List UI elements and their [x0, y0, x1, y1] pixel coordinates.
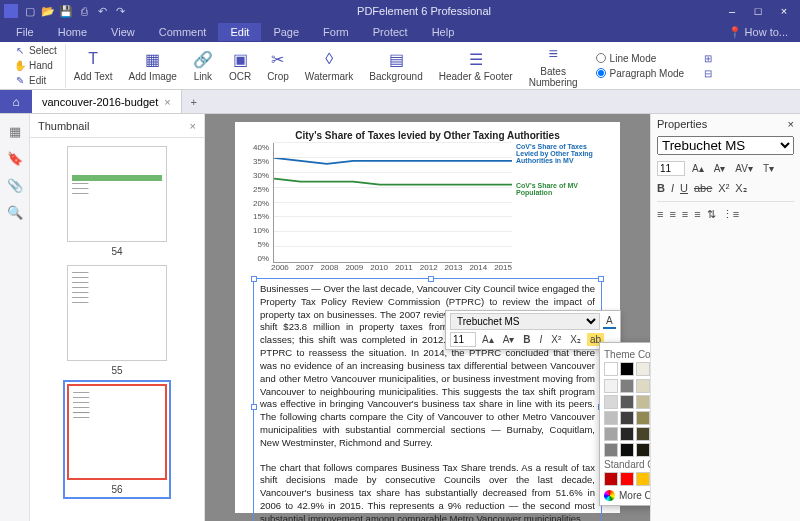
floating-superscript-button[interactable]: X²	[548, 333, 564, 346]
home-tab-icon[interactable]: ⌂	[0, 90, 32, 113]
floating-bold-button[interactable]: B	[520, 333, 533, 346]
qat-redo-icon[interactable]: ↷	[112, 3, 128, 19]
line-mode-radio[interactable]: Line Mode	[596, 53, 685, 64]
crop-button[interactable]: ✂Crop	[259, 44, 297, 88]
menu-page[interactable]: Page	[261, 23, 311, 41]
paragraph-mode-radio[interactable]: Paragraph Mode	[596, 68, 685, 79]
menu-edit[interactable]: Edit	[218, 23, 261, 41]
qat-open-icon[interactable]: 📂	[40, 3, 56, 19]
qat-save-icon[interactable]: 💾	[58, 3, 74, 19]
color-swatch[interactable]	[620, 379, 634, 393]
close-thumbnails-icon[interactable]: ×	[190, 120, 196, 132]
color-swatch[interactable]	[620, 395, 634, 409]
menu-view[interactable]: View	[99, 23, 147, 41]
color-swatch[interactable]	[604, 379, 618, 393]
menu-home[interactable]: Home	[46, 23, 99, 41]
floating-decrease-size-icon[interactable]: A▾	[500, 333, 518, 346]
prop-char-spacing-icon[interactable]: AV▾	[732, 162, 756, 175]
prop-increase-size-icon[interactable]: A▴	[689, 162, 707, 175]
color-swatch[interactable]	[604, 443, 618, 457]
color-swatch[interactable]	[636, 427, 650, 441]
body-paragraph-1[interactable]: Businesses — Over the last decade, Vanco…	[260, 283, 595, 450]
align-center-icon[interactable]: ≡	[669, 208, 675, 221]
thumbnail-55[interactable]: ━━━━━━━━━━━━━━━━━━━━━━━━━━━━━━━━━━━━━━━━…	[67, 265, 167, 376]
close-properties-icon[interactable]: ×	[788, 118, 794, 130]
align-right-icon[interactable]: ≡	[682, 208, 688, 221]
thumbnail-54[interactable]: ━━━━━━━━━━━━━━━━━━━━━━━━ 54	[67, 146, 167, 257]
attachments-icon[interactable]: 📎	[7, 178, 23, 193]
qat-print-icon[interactable]: ⎙	[76, 3, 92, 19]
prop-strikethrough-button[interactable]: abe	[694, 182, 712, 195]
menu-help[interactable]: Help	[420, 23, 467, 41]
floating-font-size[interactable]	[450, 332, 476, 347]
color-swatch[interactable]	[620, 362, 634, 376]
color-swatch[interactable]	[620, 443, 634, 457]
color-swatch[interactable]	[636, 472, 650, 486]
properties-font-size[interactable]	[657, 161, 685, 176]
qat-undo-icon[interactable]: ↶	[94, 3, 110, 19]
bullet-list-icon[interactable]: ⋮≡	[722, 208, 739, 221]
select-tool[interactable]: ↖Select	[12, 44, 59, 58]
color-swatch[interactable]	[636, 379, 650, 393]
ocr-button[interactable]: ▣OCR	[221, 44, 259, 88]
align-justify-icon[interactable]: ≡	[694, 208, 700, 221]
add-image-button[interactable]: ▦Add Image	[121, 44, 185, 88]
edit-tool[interactable]: ✎Edit	[12, 74, 59, 88]
bates-button[interactable]: ≡Bates Numbering	[521, 44, 586, 88]
align-left-icon[interactable]: ≡	[657, 208, 663, 221]
menu-protect[interactable]: Protect	[361, 23, 420, 41]
search-icon[interactable]: 🔍	[7, 205, 23, 220]
watermark-button[interactable]: ◊Watermark	[297, 44, 362, 88]
link-button[interactable]: 🔗Link	[185, 44, 221, 88]
background-button[interactable]: ▤Background	[361, 44, 430, 88]
new-tab-button[interactable]: +	[182, 90, 206, 113]
prop-underline-button[interactable]: U	[680, 182, 688, 195]
color-swatch[interactable]	[620, 411, 634, 425]
close-tab-icon[interactable]: ×	[164, 96, 170, 108]
color-swatch[interactable]	[604, 362, 618, 376]
color-swatch[interactable]	[604, 472, 618, 486]
floating-increase-size-icon[interactable]: A▴	[479, 333, 497, 346]
thumbnails-icon[interactable]: ▦	[9, 124, 21, 139]
color-swatch[interactable]	[620, 427, 634, 441]
thumbnail-56[interactable]: ━━━━━━━━━━━━━━━━━━━━━━━━━━━━━━━━━━━━━━━━…	[67, 384, 167, 495]
maximize-button[interactable]: □	[746, 3, 770, 19]
header-footer-button[interactable]: ☰Header & Footer	[431, 44, 521, 88]
prop-italic-button[interactable]: I	[671, 182, 674, 195]
floating-italic-button[interactable]: I	[537, 333, 546, 346]
floating-font-color-icon[interactable]: A	[603, 314, 616, 329]
close-button[interactable]: ×	[772, 3, 796, 19]
qat-new-icon[interactable]: ▢	[22, 3, 38, 19]
prop-bold-button[interactable]: B	[657, 182, 665, 195]
more-colors-button[interactable]: More Colors	[604, 490, 650, 501]
prop-subscript-button[interactable]: X₂	[735, 182, 746, 195]
body-paragraph-2[interactable]: The chart that follows compares Business…	[260, 462, 595, 521]
document-tab[interactable]: vancouver-2016-budget ×	[32, 90, 182, 113]
prop-superscript-button[interactable]: X²	[718, 182, 729, 195]
color-swatch[interactable]	[636, 411, 650, 425]
bookmarks-icon[interactable]: 🔖	[7, 151, 23, 166]
color-swatch[interactable]	[636, 443, 650, 457]
floating-font-select[interactable]: Trebuchet MS	[450, 313, 600, 330]
prop-decrease-size-icon[interactable]: A▾	[711, 162, 729, 175]
menu-file[interactable]: File	[4, 23, 46, 41]
menu-form[interactable]: Form	[311, 23, 361, 41]
color-swatch[interactable]	[620, 472, 634, 486]
floating-subscript-button[interactable]: X₂	[567, 333, 584, 346]
color-swatch[interactable]	[636, 362, 650, 376]
align-objects-icon[interactable]: ⊞	[700, 51, 716, 65]
color-swatch[interactable]	[604, 427, 618, 441]
minimize-button[interactable]: –	[720, 3, 744, 19]
color-swatch[interactable]	[604, 411, 618, 425]
color-swatch[interactable]	[636, 395, 650, 409]
menu-comment[interactable]: Comment	[147, 23, 219, 41]
line-spacing-icon[interactable]: ⇅	[707, 208, 716, 221]
properties-font-select[interactable]: Trebuchet MS	[657, 136, 794, 155]
distribute-icon[interactable]: ⊟	[700, 66, 716, 80]
hand-tool[interactable]: ✋Hand	[12, 59, 59, 73]
how-to-link[interactable]: 📍 How to...	[728, 26, 800, 39]
document-viewport[interactable]: City's Share of Taxes levied by Other Ta…	[205, 114, 650, 521]
prop-text-direction-icon[interactable]: T▾	[760, 162, 777, 175]
color-swatch[interactable]	[604, 395, 618, 409]
add-text-button[interactable]: TAdd Text	[66, 44, 121, 88]
